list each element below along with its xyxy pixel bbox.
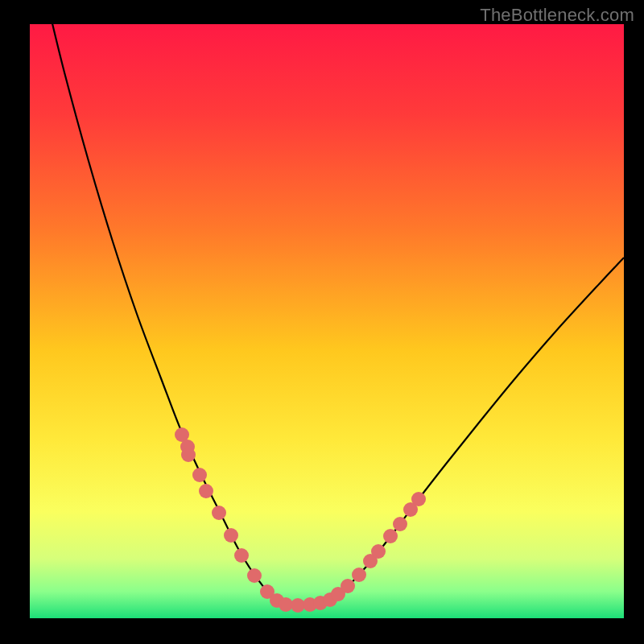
- curve-dot: [393, 517, 407, 531]
- curve-dot: [352, 568, 366, 582]
- curve-dot: [341, 579, 355, 593]
- plot-area: [30, 24, 624, 618]
- curve-dot: [383, 529, 398, 543]
- curve-dot: [212, 506, 226, 520]
- curve-dot: [371, 544, 386, 559]
- curve-dot: [411, 492, 426, 506]
- curve-dot: [181, 448, 196, 462]
- chart-stage: TheBottleneck.com: [0, 0, 644, 644]
- chart-svg: [0, 0, 644, 644]
- curve-dot: [247, 568, 262, 583]
- watermark-text: TheBottleneck.com: [480, 5, 634, 26]
- curve-dot: [224, 528, 238, 543]
- curve-dot: [192, 468, 207, 482]
- curve-dot: [234, 548, 249, 563]
- curve-dot: [199, 484, 213, 498]
